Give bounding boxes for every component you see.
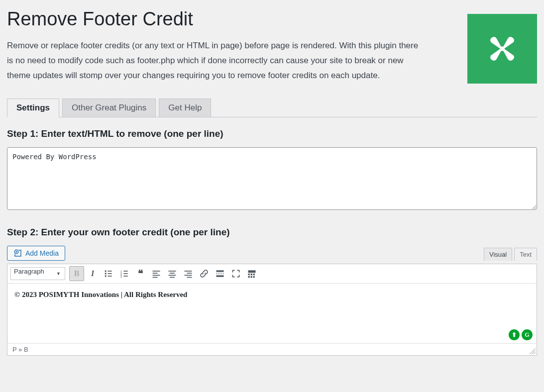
- link-icon: [199, 269, 209, 279]
- remove-text-input[interactable]: [7, 147, 537, 210]
- tab-other-plugins[interactable]: Other Great Plugins: [62, 98, 156, 117]
- svg-rect-29: [217, 275, 224, 277]
- media-icon: [13, 249, 22, 258]
- editor-status-bar: P » B: [7, 343, 537, 355]
- align-left-button[interactable]: [149, 266, 164, 281]
- italic-button[interactable]: I: [85, 266, 100, 281]
- numbered-list-button[interactable]: 123: [117, 266, 132, 281]
- wysiwyg-editor: Paragraph B I 123 ❝ © 2023: [7, 264, 537, 356]
- blockquote-button[interactable]: ❝: [133, 266, 148, 281]
- svg-rect-34: [248, 276, 250, 278]
- resize-handle-icon[interactable]: [530, 348, 536, 354]
- editor-tab-text[interactable]: Text: [514, 248, 537, 261]
- svg-point-5: [105, 273, 107, 274]
- svg-rect-12: [123, 273, 127, 274]
- link-button[interactable]: [197, 266, 212, 281]
- tabs-nav: Settings Other Great Plugins Get Help: [7, 98, 537, 117]
- svg-point-3: [105, 270, 107, 272]
- italic-icon: I: [91, 269, 94, 278]
- svg-rect-24: [187, 273, 192, 274]
- toolbar-toggle-button[interactable]: [244, 266, 259, 281]
- align-right-button[interactable]: [181, 266, 196, 281]
- svg-rect-26: [187, 277, 192, 278]
- element-path: P » B: [12, 346, 28, 353]
- svg-point-7: [105, 275, 107, 277]
- editor-tab-visual[interactable]: Visual: [484, 248, 512, 261]
- svg-rect-18: [153, 277, 158, 278]
- grammarly-upload-icon[interactable]: ⬆: [509, 329, 520, 340]
- read-more-button[interactable]: [213, 266, 227, 281]
- svg-rect-30: [248, 270, 256, 273]
- svg-rect-19: [169, 271, 176, 272]
- svg-point-2: [16, 251, 17, 253]
- svg-rect-20: [170, 273, 175, 274]
- svg-rect-23: [185, 271, 192, 272]
- svg-rect-6: [108, 273, 111, 274]
- svg-rect-25: [185, 275, 192, 276]
- svg-rect-15: [153, 271, 160, 272]
- page-title: Remove Footer Credit: [7, 7, 452, 31]
- svg-rect-14: [123, 276, 127, 277]
- svg-rect-28: [217, 273, 224, 274]
- add-media-label: Add Media: [25, 249, 59, 257]
- numbered-list-icon: 123: [119, 269, 129, 279]
- align-left-icon: [151, 269, 161, 279]
- align-right-icon: [183, 269, 193, 279]
- toolbar-toggle-icon: [247, 269, 257, 279]
- editor-toolbar: Paragraph B I 123 ❝: [7, 264, 537, 284]
- fullscreen-button[interactable]: [228, 266, 243, 281]
- align-center-icon: [167, 269, 177, 279]
- svg-rect-35: [251, 276, 252, 278]
- fullscreen-icon: [231, 269, 241, 279]
- page-description: Remove or replace footer credits (or any…: [7, 38, 420, 83]
- editor-content[interactable]: © 2023 POSIMYTH Innovations | All Rights…: [7, 284, 537, 343]
- svg-rect-4: [108, 271, 111, 272]
- svg-rect-22: [170, 277, 175, 278]
- bow-icon: [487, 34, 517, 64]
- svg-rect-32: [251, 274, 252, 275]
- svg-rect-27: [217, 270, 224, 272]
- bold-button[interactable]: B: [69, 266, 84, 281]
- read-more-icon: [215, 269, 225, 279]
- bullet-list-button[interactable]: [101, 266, 116, 281]
- svg-rect-17: [153, 275, 160, 276]
- quote-icon: ❝: [138, 268, 143, 280]
- plugin-logo: [467, 14, 537, 84]
- svg-rect-36: [253, 276, 255, 278]
- svg-rect-21: [169, 275, 176, 276]
- svg-rect-8: [108, 276, 111, 277]
- svg-rect-16: [153, 273, 158, 274]
- svg-point-0: [500, 46, 504, 51]
- tab-get-help[interactable]: Get Help: [159, 98, 211, 117]
- step2-heading: Step 2: Enter your own footer credit (on…: [7, 227, 537, 238]
- svg-rect-10: [123, 271, 127, 272]
- bold-icon: B: [74, 269, 80, 278]
- align-center-button[interactable]: [165, 266, 180, 281]
- svg-text:3: 3: [120, 275, 122, 278]
- step1-heading: Step 1: Enter text/HTML to remove (one p…: [7, 128, 537, 139]
- tab-settings[interactable]: Settings: [7, 98, 59, 117]
- grammarly-icon[interactable]: G: [522, 329, 533, 340]
- paragraph-select[interactable]: Paragraph: [10, 267, 65, 280]
- add-media-button[interactable]: Add Media: [7, 246, 65, 261]
- svg-rect-33: [253, 274, 255, 275]
- bullet-list-icon: [104, 269, 113, 279]
- svg-rect-31: [248, 274, 250, 275]
